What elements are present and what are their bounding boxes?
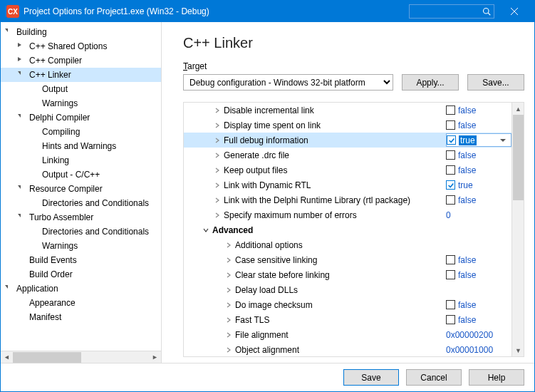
help-button[interactable]: Help: [469, 369, 524, 386]
checkbox[interactable]: [446, 180, 455, 190]
checkbox[interactable]: [446, 165, 455, 175]
search-input[interactable]: [409, 4, 494, 19]
option-row[interactable]: Disable incremental linkfalse: [184, 103, 511, 118]
option-row[interactable]: Advanced: [184, 222, 511, 237]
option-row[interactable]: Case sensitive linkingfalse: [184, 252, 511, 267]
chevron-right-icon[interactable]: [224, 270, 234, 280]
scrollbar-thumb[interactable]: [513, 115, 524, 200]
option-value[interactable]: false: [446, 195, 511, 205]
chevron-right-icon[interactable]: [212, 105, 222, 115]
sidebar-item[interactable]: Application: [1, 282, 161, 296]
sidebar-item[interactable]: Resource Compiler: [1, 182, 161, 196]
scroll-right-icon[interactable]: ►: [149, 351, 161, 363]
chevron-right-icon[interactable]: [212, 180, 222, 190]
caret-expanded-icon[interactable]: [18, 185, 25, 192]
chevron-right-icon[interactable]: [224, 255, 234, 265]
sidebar-item[interactable]: Output: [1, 82, 161, 96]
scrollbar-thumb[interactable]: [13, 352, 81, 363]
option-row[interactable]: Do image checksumfalse: [184, 297, 511, 312]
vertical-scrollbar[interactable]: ▲ ▼: [511, 103, 524, 356]
checkbox[interactable]: [446, 315, 455, 324]
sidebar-item[interactable]: Output - C/C++: [1, 167, 161, 182]
option-row[interactable]: Full debug informationtrue: [184, 133, 511, 148]
chevron-right-icon[interactable]: [212, 195, 222, 205]
options-tree[interactable]: BuildingC++ Shared OptionsC++ CompilerC+…: [1, 22, 161, 351]
option-row[interactable]: Link with Dynamic RTLtrue: [184, 177, 511, 192]
option-row[interactable]: Keep output filesfalse: [184, 163, 511, 177]
caret-expanded-icon[interactable]: [18, 214, 25, 221]
caret-collapsed-icon[interactable]: [18, 43, 25, 50]
option-value[interactable]: false: [446, 315, 511, 325]
close-button[interactable]: [500, 1, 529, 22]
sidebar-item[interactable]: C++ Compiler: [1, 53, 161, 68]
caret-expanded-icon[interactable]: [5, 285, 12, 292]
chevron-right-icon[interactable]: [224, 330, 234, 340]
option-row[interactable]: Generate .drc filefalse: [184, 148, 511, 163]
sidebar-item[interactable]: Appearance: [1, 296, 161, 310]
apply-button[interactable]: Apply...: [402, 74, 459, 91]
checkbox[interactable]: [446, 255, 455, 264]
caret-expanded-icon[interactable]: [18, 114, 25, 121]
chevron-right-icon[interactable]: [212, 120, 222, 130]
save-target-button[interactable]: Save...: [467, 74, 524, 91]
cancel-button[interactable]: Cancel: [406, 369, 462, 386]
sidebar-item[interactable]: Delphi Compiler: [1, 110, 161, 125]
sidebar-item[interactable]: Warnings: [1, 239, 161, 253]
caret-collapsed-icon[interactable]: [18, 57, 25, 64]
sidebar-item[interactable]: Directories and Conditionals: [1, 225, 161, 239]
horizontal-scrollbar[interactable]: ◄ ►: [1, 351, 161, 363]
target-select[interactable]: Debug configuration - Windows 32-bit pla…: [183, 74, 393, 91]
caret-expanded-icon[interactable]: [18, 71, 25, 78]
option-value[interactable]: 0x00000200: [446, 330, 511, 340]
sidebar-item[interactable]: Building: [1, 25, 161, 39]
sidebar-item[interactable]: Build Events: [1, 253, 161, 267]
option-row[interactable]: Display time spent on linkfalse: [184, 118, 511, 133]
option-value[interactable]: false: [446, 150, 511, 160]
options-list[interactable]: Disable incremental linkfalseDisplay tim…: [184, 103, 511, 356]
chevron-right-icon[interactable]: [224, 300, 234, 310]
option-value[interactable]: 0: [446, 210, 511, 220]
sidebar-item[interactable]: Directories and Conditionals: [1, 196, 161, 210]
chevron-down-icon[interactable]: [498, 138, 508, 143]
sidebar-item[interactable]: Warnings: [1, 96, 161, 110]
sidebar-item[interactable]: Turbo Assembler: [1, 210, 161, 225]
chevron-right-icon[interactable]: [224, 345, 234, 355]
scroll-left-icon[interactable]: ◄: [1, 351, 13, 363]
option-value[interactable]: false: [446, 120, 511, 130]
save-button[interactable]: Save: [343, 369, 399, 386]
sidebar-item[interactable]: Build Order: [1, 267, 161, 282]
sidebar-item[interactable]: Compiling: [1, 125, 161, 139]
option-row[interactable]: File alignment0x00000200: [184, 327, 511, 342]
option-value[interactable]: 0x00001000: [446, 345, 511, 355]
checkbox[interactable]: [446, 300, 455, 309]
checkbox[interactable]: [446, 270, 455, 279]
option-row[interactable]: Delay load DLLs: [184, 282, 511, 297]
chevron-right-icon[interactable]: [224, 315, 234, 325]
checkbox[interactable]: [446, 150, 455, 160]
option-row[interactable]: Additional options: [184, 237, 511, 252]
caret-expanded-icon[interactable]: [5, 29, 12, 36]
option-value[interactable]: false: [446, 300, 511, 310]
checkbox[interactable]: [447, 135, 456, 145]
option-row[interactable]: Specify maximum number of errors0: [184, 207, 511, 222]
chevron-right-icon[interactable]: [212, 165, 222, 175]
sidebar-item[interactable]: Manifest: [1, 310, 161, 324]
chevron-right-icon[interactable]: [224, 240, 234, 250]
checkbox[interactable]: [446, 120, 455, 130]
scroll-down-icon[interactable]: ▼: [512, 344, 524, 356]
checkbox[interactable]: [446, 105, 455, 115]
chevron-down-icon[interactable]: [201, 225, 211, 235]
option-value[interactable]: true: [446, 180, 511, 190]
option-value[interactable]: false: [446, 255, 511, 265]
option-value[interactable]: false: [446, 105, 511, 115]
sidebar-item[interactable]: Linking: [1, 153, 161, 167]
sidebar-item[interactable]: Hints and Warnings: [1, 139, 161, 153]
scroll-up-icon[interactable]: ▲: [512, 103, 524, 115]
sidebar-item[interactable]: C++ Shared Options: [1, 39, 161, 53]
checkbox[interactable]: [446, 195, 455, 205]
option-row[interactable]: Object alignment0x00001000: [184, 342, 511, 356]
chevron-right-icon[interactable]: [212, 150, 222, 160]
option-value[interactable]: true: [446, 133, 511, 147]
scrollbar-track[interactable]: [13, 351, 149, 363]
sidebar-item[interactable]: C++ Linker: [1, 68, 161, 82]
